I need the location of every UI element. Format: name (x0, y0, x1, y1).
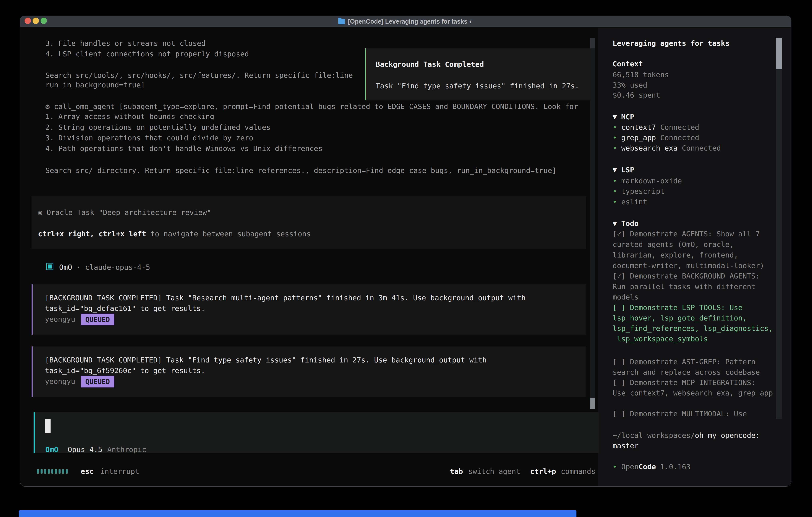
status-dot-icon: • (613, 177, 621, 185)
main-scrollbar-top-thumb[interactable] (590, 38, 594, 48)
mcp-item: • websearch_exa Connected (613, 143, 721, 153)
todo-active-line: lsp_hover, lsp_goto_definition, (613, 313, 747, 323)
status-dot-icon: • (613, 187, 621, 195)
task-line: [BACKGROUND TASK COMPLETED] Task "Find t… (45, 355, 487, 365)
task-user: yeongyu (45, 314, 75, 324)
todo-line: document-writer, multimodal-looker) (613, 261, 764, 271)
lsp-item: • markdown-oxide (613, 176, 682, 186)
task-user: yeongyu (45, 376, 75, 387)
input-model-name[interactable]: Opus 4.5 (68, 444, 102, 455)
folder-icon (338, 19, 345, 24)
tool-call-line: 2. String operations on potentially unde… (46, 122, 270, 133)
todo-line: models (613, 292, 639, 302)
background-window-edge (19, 510, 576, 517)
chevron-down-icon: ▼ (613, 113, 621, 121)
status-badge: QUEUED (81, 376, 114, 387)
background-task-notification: Background Task Completed Task "Find typ… (365, 48, 593, 100)
task-line: [BACKGROUND TASK COMPLETED] Task "Resear… (45, 293, 526, 303)
agent-header: OmO · claude-opus-4-5 (59, 262, 150, 272)
context-spent: $0.46 spent (613, 90, 660, 100)
todo-line: search and replace across codebase (613, 367, 760, 377)
shortcut-esc-key: esc (81, 466, 94, 477)
agent-omo-icon (46, 263, 53, 270)
shortcut-ctrlp-label: commands (561, 466, 596, 477)
task-card-typesafety: [BACKGROUND TASK COMPLETED] Task "Find t… (32, 347, 586, 397)
todo-line: [✓] Demonstrate AGENTS: Show all 7 (613, 229, 760, 239)
gear-icon: ⚙ (46, 102, 54, 111)
status-dot-icon: • (613, 144, 621, 152)
prompt-input[interactable]: OmO Opus 4.5 Anthropic (34, 412, 599, 453)
task-line: task_id="bg_6f59260c" to get results. (45, 365, 205, 376)
todo-line: Run parallel tasks with different (613, 281, 755, 292)
scrollback-line: Search src/tools/, src/hooks/, src/featu… (46, 70, 353, 81)
scrollback-line: 3. File handles or streams not closed (46, 38, 206, 49)
todo-line: [✓] Demonstrate BACKGROUND AGENTS: (613, 271, 760, 281)
todo-line: [ ] Demonstrate AST-GREP: Pattern (613, 357, 755, 367)
main-scrollbar-thumb[interactable] (590, 398, 594, 409)
text-cursor (46, 419, 51, 433)
context-tokens: 66,518 tokens (613, 70, 669, 80)
scrollback-line: run_in_background=true] (46, 80, 145, 90)
version-line: • OpenCode 1.0.163 (613, 462, 691, 472)
input-agent-name[interactable]: OmO (46, 444, 58, 455)
tool-call-header: ⚙ call_omo_agent [subagent_type=explore,… (46, 101, 578, 112)
status-badge: QUEUED (81, 314, 114, 325)
todo-line: Use context7, websearch_exa, grep_app (613, 388, 773, 398)
todo-active-line: lsp_workspace_symbols (613, 334, 708, 344)
sidebar-scrollbar-thumb[interactable] (776, 38, 782, 70)
status-dot-icon: • (613, 198, 621, 206)
oracle-task-card: ◉ Oracle Task "Deep architecture review"… (32, 196, 586, 249)
main-scrollbar-track[interactable] (590, 38, 594, 409)
todo-line: [ ] Demonstrate MCP INTEGRATIONS: (613, 377, 755, 388)
context-used: 33% used (613, 80, 647, 90)
mcp-item: • context7 Connected (613, 122, 699, 133)
status-dot-icon: • (613, 463, 621, 471)
mcp-section-header[interactable]: ▼ MCP (613, 112, 634, 122)
shortcut-esc-label: interrupt (100, 466, 139, 477)
status-dot-icon: • (613, 134, 621, 142)
todo-active-line: lsp_find_references, lsp_diagnostics, (613, 323, 773, 334)
task-line: task_id="bg_dcfac161" to get results. (45, 303, 205, 314)
oracle-task-hint: ctrl+x right, ctrl+x left to navigate be… (38, 229, 311, 239)
lsp-item: • typescript (613, 186, 665, 196)
sidebar-scrollbar-track[interactable] (776, 38, 782, 419)
workspace-branch: master (613, 441, 639, 451)
shortcut-ctrlp-key: ctrl+p (530, 466, 556, 477)
notification-title: Background Task Completed (376, 59, 484, 70)
context-heading: Context (613, 59, 643, 69)
chevron-down-icon: ▼ (613, 219, 621, 227)
tool-call-line: 3. Division operations that could divide… (46, 133, 253, 143)
window-title: [OpenCode] Leveraging agents for tasks ◐ (20, 18, 791, 25)
notification-body: Task "Find type safety issues" finished … (376, 81, 579, 91)
mcp-item: • grep_app Connected (613, 133, 699, 143)
input-provider-name: Anthropic (107, 444, 146, 455)
shortcut-tab-label: switch agent (468, 466, 520, 477)
tool-call-line: 1. Array access without bounds checking (46, 111, 214, 122)
scrollback-line: 4. LSP client connections not properly d… (46, 49, 249, 59)
status-dot-icon: • (613, 123, 621, 131)
workspace-path: ~/local-workspaces/oh-my-opencode: (613, 430, 760, 441)
lsp-item: • eslint (613, 197, 647, 207)
task-card-research: [BACKGROUND TASK COMPLETED] Task "Resear… (32, 284, 586, 335)
tool-call-footer: Search src/ directory. Return specific f… (46, 165, 556, 176)
oracle-task-title: ◉ Oracle Task "Deep architecture review" (38, 207, 211, 218)
todo-line: [ ] Demonstrate MULTIMODAL: Use (613, 409, 747, 419)
todo-section-header[interactable]: ▼ Todo (613, 218, 639, 229)
chevron-down-icon: ▼ (613, 166, 621, 174)
session-title: Leveraging agents for tasks (613, 38, 729, 49)
tool-call-line: 4. Path operations that don't handle Win… (46, 143, 322, 154)
progress-dots (37, 469, 69, 474)
todo-line: librarian, explore, frontend, (613, 250, 738, 260)
shortcut-tab-key: tab (450, 466, 463, 477)
todo-active-line: [ ] Demonstrate LSP TOOLS: Use (613, 302, 743, 313)
lsp-section-header[interactable]: ▼ LSP (613, 165, 634, 175)
todo-line: curated agents (OmO, oracle, (613, 239, 734, 250)
